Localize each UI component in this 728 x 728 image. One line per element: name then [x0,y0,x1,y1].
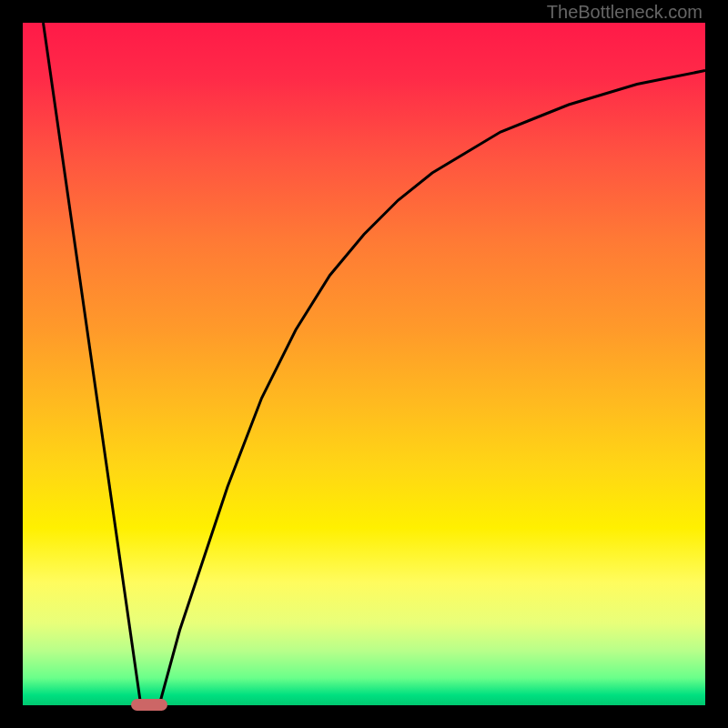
valley-marker [131,699,167,711]
right-curve [159,71,705,706]
left-line [44,23,141,705]
chart-lines-svg [23,23,705,705]
chart-container: TheBottleneck.com [0,0,728,728]
watermark-text: TheBottleneck.com [547,2,703,23]
